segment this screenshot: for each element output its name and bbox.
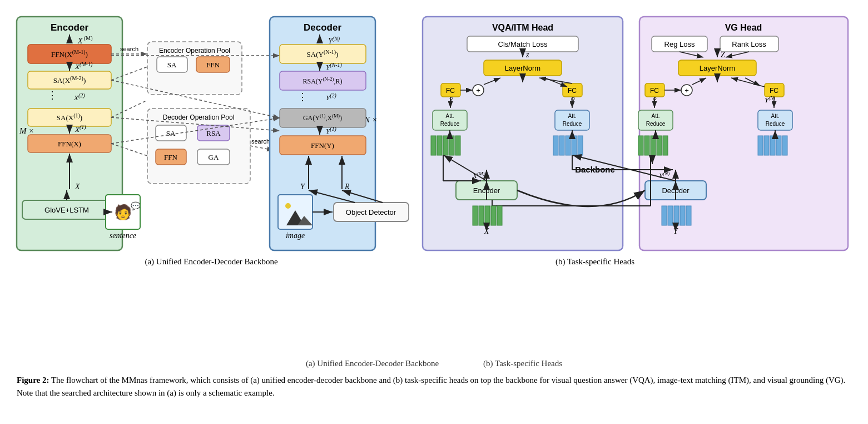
svg-text:Reduce: Reduce xyxy=(563,121,582,127)
caption-row: (a) Unified Encoder-Decoder Backbone (b)… xyxy=(11,359,857,368)
svg-text:Reduce: Reduce xyxy=(646,121,666,127)
att-reduce-right-vqa: Att. xyxy=(568,113,576,119)
fc-right-vqa: FC xyxy=(568,87,577,95)
svg-rect-104 xyxy=(651,136,656,155)
r-label: R xyxy=(344,183,350,191)
reg-loss: Reg Loss xyxy=(664,40,695,48)
cls-match-loss: Cls/Match Loss xyxy=(498,40,548,48)
svg-text:Reduce: Reduce xyxy=(766,121,785,127)
enc-ffn-op: FFN xyxy=(206,61,220,69)
part-a-label: (a) Unified Encoder-Decoder Backbone xyxy=(145,257,278,267)
glove-lstm-box: GloVE+LSTM xyxy=(44,206,89,214)
svg-text:Reduce: Reduce xyxy=(440,121,460,127)
image-label: image xyxy=(286,231,305,240)
enc-pool-title: Encoder Operation Pool xyxy=(159,47,230,55)
svg-rect-105 xyxy=(657,136,662,155)
svg-rect-110 xyxy=(776,136,781,155)
dec-ga-op: GA xyxy=(209,153,219,161)
dec-ffn-op: FFN xyxy=(164,153,177,161)
Z-label: Z xyxy=(721,51,725,59)
ffn-y-box: FFN(Y) xyxy=(311,141,334,150)
svg-rect-69 xyxy=(431,136,436,155)
x-bottom-label: X xyxy=(75,183,80,191)
svg-rect-135 xyxy=(674,206,679,225)
svg-point-42 xyxy=(285,203,291,209)
att-reduce-right-vg: Att. xyxy=(771,113,779,119)
speech-bubble: 💬 xyxy=(131,201,141,211)
svg-rect-73 xyxy=(455,136,460,155)
svg-rect-71 xyxy=(443,136,448,155)
svg-rect-134 xyxy=(668,206,673,225)
search-label-enc: search xyxy=(120,46,138,52)
vg-title: VG Head xyxy=(725,23,762,32)
svg-rect-78 xyxy=(578,136,583,155)
rank-loss: Rank Loss xyxy=(732,40,766,48)
svg-rect-108 xyxy=(764,136,769,155)
part-b-caption: (b) Task-specific Heads xyxy=(483,359,562,368)
dec-pool-title: Decoder Operation Pool xyxy=(163,114,235,121)
sentence-icon: 🧑 xyxy=(114,203,132,221)
svg-rect-74 xyxy=(553,136,558,155)
layernorm-vg: LayerNorm xyxy=(700,64,735,72)
dec-sa-op: SA xyxy=(166,129,176,137)
figure-caption: Figure 2: The flowchart of the MMnas fra… xyxy=(11,374,856,400)
svg-rect-70 xyxy=(437,136,442,155)
svg-rect-103 xyxy=(644,136,649,155)
svg-rect-77 xyxy=(572,136,577,155)
svg-rect-133 xyxy=(662,206,667,225)
svg-rect-109 xyxy=(770,136,775,155)
fc-left-vqa: FC xyxy=(446,87,455,95)
rsa-box: RSA(Y(N-2),R) xyxy=(302,76,342,85)
caption-text: The flowchart of the MMnas framework, wh… xyxy=(17,376,845,397)
att-reduce-left-vqa: Att. xyxy=(445,113,454,119)
encoder-title: Encoder xyxy=(51,22,88,33)
fc-left-vg: FC xyxy=(650,87,659,95)
svg-rect-128 xyxy=(479,206,484,225)
svg-rect-72 xyxy=(449,136,454,155)
ffn-x-box: FFN(X) xyxy=(58,140,81,148)
enc-sa-op: SA xyxy=(167,61,177,69)
z-label: z xyxy=(525,51,529,59)
dots-dec: ⋮ xyxy=(297,91,307,102)
svg-rect-131 xyxy=(497,206,502,225)
dots-enc: ⋮ xyxy=(47,90,57,101)
att-reduce-left-vg: Att. xyxy=(651,113,659,119)
part-a-caption: (a) Unified Encoder-Decoder Backbone xyxy=(306,359,439,368)
vqa-title: VQA/ITM Head xyxy=(492,23,553,32)
svg-rect-75 xyxy=(559,136,564,155)
svg-rect-137 xyxy=(686,206,691,225)
svg-rect-129 xyxy=(485,206,490,225)
diagram-svg: Encoder X (M) FFN(X(M-1)) search X(M-1) … xyxy=(11,11,857,356)
plus-vg: + xyxy=(685,86,689,95)
figure-num: Figure 2: xyxy=(17,376,49,384)
fc-right-vg: FC xyxy=(770,87,778,95)
dec-rsa-op: RSA xyxy=(206,129,221,137)
mx-label: M × xyxy=(19,126,34,135)
x-m-sup-enc: (M) xyxy=(84,35,93,42)
svg-rect-111 xyxy=(782,136,787,155)
part-b-label: (b) Task-specific Heads xyxy=(555,257,634,267)
plus-vqa: + xyxy=(476,86,480,95)
svg-rect-106 xyxy=(663,136,668,155)
svg-rect-136 xyxy=(680,206,685,225)
svg-rect-130 xyxy=(491,206,496,225)
decoder-title: Decoder xyxy=(304,22,341,33)
main-container: Encoder X (M) FFN(X(M-1)) search X(M-1) … xyxy=(11,11,857,400)
svg-rect-107 xyxy=(758,136,763,155)
object-detector-box: Object Detector xyxy=(346,208,396,216)
search-label-dec: search xyxy=(251,138,270,145)
layernorm-vqa: LayerNorm xyxy=(505,64,540,72)
svg-rect-102 xyxy=(638,136,643,155)
svg-rect-76 xyxy=(566,136,571,155)
x-m-label-enc: X xyxy=(77,37,83,45)
svg-rect-127 xyxy=(473,206,478,225)
sentence-label: sentence xyxy=(110,231,136,240)
